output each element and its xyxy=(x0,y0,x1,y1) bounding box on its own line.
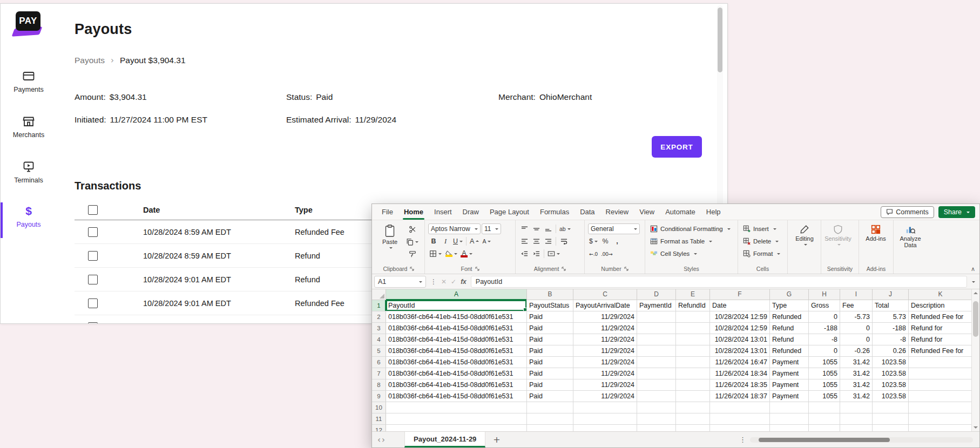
cell[interactable] xyxy=(637,368,676,379)
select-all-checkbox[interactable] xyxy=(88,205,98,215)
align-middle-button[interactable] xyxy=(531,223,542,234)
cell[interactable]: 31.42 xyxy=(840,368,873,379)
cell[interactable] xyxy=(573,402,637,413)
cell[interactable]: Refunded Fee for xyxy=(909,345,972,357)
cell[interactable]: 018b036f-cb64-41eb-415d-08dd0f61e531 xyxy=(386,311,527,323)
row-number[interactable]: 1 xyxy=(372,300,386,311)
scrollbar-thumb[interactable] xyxy=(973,301,978,337)
font-name-select[interactable]: Aptos Narrow xyxy=(428,223,481,234)
cell[interactable] xyxy=(676,334,710,345)
row-checkbox[interactable] xyxy=(88,227,98,237)
cell[interactable]: PayoutStatus xyxy=(527,300,573,311)
editing-button[interactable]: Editing xyxy=(791,223,818,246)
insert-function-button[interactable]: fx xyxy=(461,278,467,286)
cell[interactable]: Paid xyxy=(527,311,573,323)
cell[interactable] xyxy=(637,379,676,391)
cell[interactable]: Refunded xyxy=(770,345,809,357)
ribbon-tab[interactable]: File xyxy=(376,204,398,220)
cell[interactable]: 11/26/2024 16:47 xyxy=(710,357,770,368)
cell[interactable]: 1055 xyxy=(809,391,840,402)
scrollbar-thumb[interactable] xyxy=(759,438,890,442)
cell[interactable] xyxy=(909,391,972,402)
cell[interactable] xyxy=(710,402,770,413)
cell[interactable]: 0.26 xyxy=(873,345,909,357)
cell[interactable]: Total xyxy=(873,300,909,311)
cell[interactable] xyxy=(676,323,710,334)
cell[interactable] xyxy=(909,379,972,391)
column-header-D[interactable]: D xyxy=(637,289,676,300)
column-header-F[interactable]: F xyxy=(710,289,770,300)
row-number[interactable]: 10 xyxy=(372,402,386,413)
cell[interactable] xyxy=(527,402,573,413)
clipboard-dialog-launcher[interactable] xyxy=(410,267,414,271)
increase-decimal-button[interactable]: ←.0 xyxy=(588,248,599,259)
cell[interactable] xyxy=(637,425,676,431)
cell[interactable]: 0 xyxy=(809,311,840,323)
cell[interactable]: 018b036f-cb64-41eb-415d-08dd0f61e531 xyxy=(386,368,527,379)
ribbon-tab[interactable]: Insert xyxy=(429,204,457,220)
fill-color-button[interactable] xyxy=(444,248,458,259)
cell[interactable]: Payment xyxy=(770,368,809,379)
next-sheet-button[interactable]: › xyxy=(376,435,390,445)
cell[interactable] xyxy=(637,357,676,368)
expand-formula-bar-icon[interactable] xyxy=(972,281,975,284)
scroll-up-icon[interactable] xyxy=(974,292,978,294)
increase-indent-button[interactable] xyxy=(531,248,542,259)
sidebar-item-terminals[interactable]: Terminals xyxy=(1,160,57,194)
ribbon-tab[interactable]: Data xyxy=(575,204,600,220)
format-as-table-button[interactable]: Format as Table xyxy=(648,235,734,247)
cell[interactable]: 018b036f-cb64-41eb-415d-08dd0f61e531 xyxy=(386,323,527,334)
cell[interactable] xyxy=(637,345,676,357)
cell[interactable]: 31.42 xyxy=(840,391,873,402)
column-header-C[interactable]: C xyxy=(573,289,637,300)
cell[interactable] xyxy=(676,413,710,425)
cell[interactable]: -8 xyxy=(809,334,840,345)
cell[interactable] xyxy=(573,425,637,431)
cell[interactable]: 11/29/2024 xyxy=(573,323,637,334)
sidebar-item-merchants[interactable]: Merchants xyxy=(1,115,57,148)
copy-button[interactable] xyxy=(405,236,420,247)
wrap-text-button[interactable] xyxy=(558,236,569,247)
grow-font-button[interactable]: A xyxy=(469,236,480,247)
cell[interactable]: 10/28/2024 12:59 xyxy=(710,323,770,334)
cell[interactable] xyxy=(637,323,676,334)
cell[interactable] xyxy=(909,413,972,425)
cell[interactable] xyxy=(770,425,809,431)
alignment-dialog-launcher[interactable] xyxy=(562,267,566,271)
collapse-ribbon-button[interactable]: ∧ xyxy=(971,266,975,273)
cell[interactable] xyxy=(710,425,770,431)
cell[interactable] xyxy=(809,402,840,413)
cell[interactable] xyxy=(386,413,527,425)
cell[interactable] xyxy=(909,368,972,379)
sidebar-item-payouts[interactable]: $ Payouts xyxy=(1,205,57,238)
cell[interactable]: Refund xyxy=(770,334,809,345)
cell[interactable] xyxy=(840,402,873,413)
cell[interactable] xyxy=(386,402,527,413)
font-size-select[interactable]: 11 xyxy=(482,223,501,234)
cell[interactable]: 5.73 xyxy=(873,311,909,323)
row-number[interactable]: 9 xyxy=(372,391,386,402)
align-left-button[interactable] xyxy=(519,236,530,247)
cell[interactable]: 10/28/2024 12:59 xyxy=(710,311,770,323)
cell[interactable]: Gross xyxy=(809,300,840,311)
column-header-B[interactable]: B xyxy=(527,289,573,300)
sidebar-item-payments[interactable]: Payments xyxy=(1,70,57,103)
formula-input[interactable]: PayoutId xyxy=(471,276,967,288)
row-number[interactable]: 2 xyxy=(372,311,386,323)
scrollbar-thumb[interactable] xyxy=(718,8,722,72)
cell[interactable]: PaymentId xyxy=(637,300,676,311)
cell[interactable] xyxy=(873,402,909,413)
share-button[interactable]: Share xyxy=(938,206,975,218)
cell[interactable] xyxy=(676,357,710,368)
cell[interactable] xyxy=(676,379,710,391)
cell[interactable]: 11/29/2024 xyxy=(573,311,637,323)
cell[interactable]: 0 xyxy=(840,334,873,345)
cell[interactable] xyxy=(676,425,710,431)
cell[interactable]: Fee xyxy=(840,300,873,311)
percent-style-button[interactable]: % xyxy=(600,236,611,247)
cell[interactable]: 10/28/2024 13:01 xyxy=(710,334,770,345)
cell[interactable]: 1023.58 xyxy=(873,357,909,368)
ribbon-tab[interactable]: Page Layout xyxy=(484,204,535,220)
column-header-E[interactable]: E xyxy=(676,289,710,300)
cell[interactable] xyxy=(386,425,527,431)
